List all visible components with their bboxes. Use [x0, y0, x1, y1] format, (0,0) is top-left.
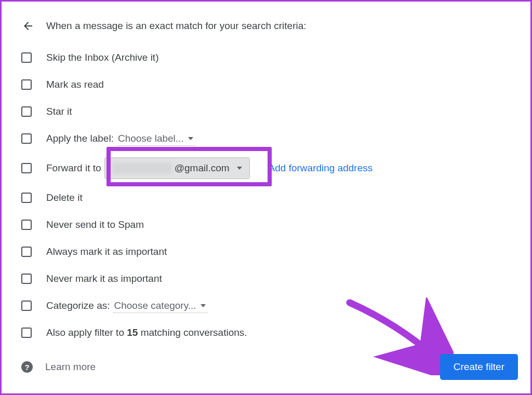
option-label: Never mark it as important: [46, 273, 162, 284]
category-dropdown[interactable]: Choose category...: [113, 299, 208, 313]
filter-options-list: Skip the Inbox (Archive it) Mark as read…: [2, 33, 530, 346]
option-label: Never send it to Spam: [46, 219, 144, 230]
option-label: Also apply filter to 15 matching convers…: [46, 327, 247, 338]
option-never-spam: Never send it to Spam: [21, 211, 530, 238]
create-filter-button[interactable]: Create filter: [440, 354, 518, 380]
option-label: Skip the Inbox (Archive it): [46, 52, 158, 63]
option-forward: Forward it to @gmail.com Add forwarding …: [21, 152, 530, 184]
also-apply-prefix: Also apply filter to: [46, 327, 127, 338]
checkbox-never-spam[interactable]: [21, 220, 32, 230]
chevron-down-icon: [237, 167, 242, 170]
chevron-down-icon: [188, 137, 193, 140]
add-forwarding-address-link[interactable]: Add forwarding address: [269, 162, 373, 174]
filter-creation-dialog: When a message is an exact match for you…: [0, 0, 532, 395]
checkbox-delete-it[interactable]: [21, 193, 32, 203]
option-label: Star it: [46, 106, 72, 117]
checkbox-star-it[interactable]: [21, 106, 32, 117]
checkbox-mark-read[interactable]: [21, 79, 32, 90]
dialog-header: When a message is an exact match for you…: [2, 2, 530, 33]
also-apply-suffix: matching conversations.: [138, 327, 247, 338]
checkbox-also-apply[interactable]: [21, 328, 32, 338]
checkbox-never-important[interactable]: [21, 274, 32, 284]
label-dropdown[interactable]: Choose label...: [117, 132, 195, 146]
option-label: Categorize as:: [46, 300, 110, 311]
redacted-username: [112, 162, 171, 174]
option-also-apply: Also apply filter to 15 matching convers…: [21, 319, 530, 346]
dialog-footer: ? Learn more Create filter: [21, 354, 518, 380]
chevron-down-icon: [201, 304, 206, 307]
learn-more-link[interactable]: Learn more: [45, 361, 96, 373]
option-apply-label: Apply the label: Choose label...: [21, 125, 530, 152]
back-button[interactable]: [21, 19, 35, 33]
option-label: Mark as read: [46, 79, 104, 90]
option-label: Forward it to: [46, 162, 101, 174]
option-skip-inbox: Skip the Inbox (Archive it): [21, 44, 530, 71]
dialog-title: When a message is an exact match for you…: [46, 20, 307, 32]
option-label: Apply the label:: [46, 133, 114, 144]
forward-address-dropdown[interactable]: @gmail.com: [104, 157, 250, 179]
option-delete-it: Delete it: [21, 184, 530, 211]
dropdown-value: Choose category...: [114, 300, 196, 311]
help-icon[interactable]: ?: [21, 361, 33, 373]
dropdown-value: Choose label...: [118, 133, 184, 144]
footer-left: ? Learn more: [21, 361, 96, 373]
option-label: Always mark it as important: [46, 246, 167, 257]
checkbox-categorize[interactable]: [21, 301, 32, 311]
option-label: Delete it: [46, 192, 83, 203]
checkbox-forward[interactable]: [21, 163, 32, 173]
option-star-it: Star it: [21, 98, 530, 125]
option-mark-read: Mark as read: [21, 71, 530, 98]
forward-address-wrapper: @gmail.com: [104, 157, 250, 179]
option-categorize: Categorize as: Choose category...: [21, 292, 530, 319]
match-count: 15: [127, 327, 138, 338]
arrow-left-icon: [22, 20, 34, 32]
checkbox-always-important[interactable]: [21, 247, 32, 257]
checkbox-apply-label[interactable]: [21, 133, 32, 144]
option-never-important: Never mark it as important: [21, 265, 530, 292]
checkbox-skip-inbox[interactable]: [21, 52, 32, 63]
forward-domain-text: @gmail.com: [175, 162, 230, 174]
option-always-important: Always mark it as important: [21, 238, 530, 265]
